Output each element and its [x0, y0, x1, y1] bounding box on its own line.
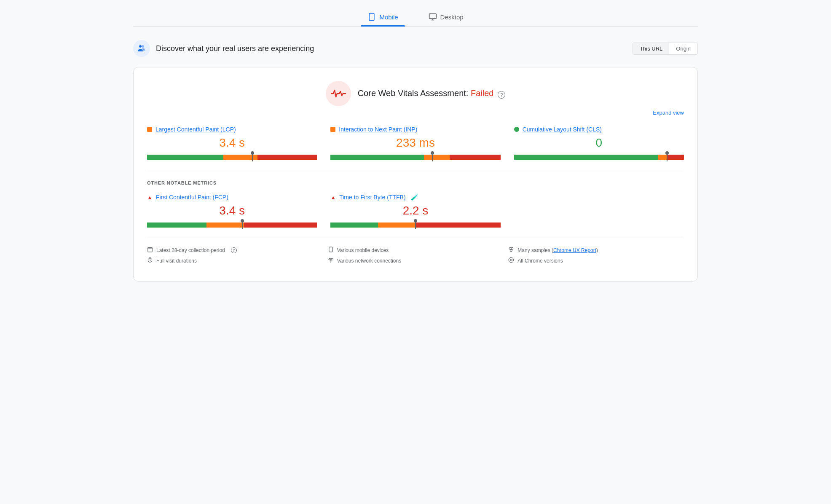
inp-bar — [330, 155, 500, 160]
calendar-icon — [147, 247, 153, 254]
lcp-marker — [252, 153, 253, 161]
fcp-value: 3.4 s — [147, 204, 317, 217]
svg-rect-13 — [329, 247, 332, 252]
mobile-devices-text: Various mobile devices — [337, 247, 389, 253]
fcp-triangle-icon: ▲ — [147, 194, 153, 201]
inp-label-row: Interaction to Next Paint (INP) — [330, 126, 500, 133]
svg-point-5 — [139, 45, 142, 48]
fcp-bar-red — [244, 223, 317, 228]
collection-help-icon[interactable]: ? — [231, 247, 237, 253]
samples-icon — [508, 247, 514, 254]
inp-value: 233 ms — [330, 136, 500, 150]
fcp-bar-green — [147, 223, 206, 228]
tab-desktop-label: Desktop — [440, 13, 464, 21]
fcp-marker — [242, 221, 243, 229]
footer-col3: Many samples (Chrome UX Report) All Chro… — [508, 247, 684, 268]
svg-point-20 — [510, 259, 512, 261]
inp-marker — [432, 153, 433, 161]
header-left: Discover what your real users are experi… — [133, 40, 314, 57]
cls-value: 0 — [514, 136, 684, 150]
tab-mobile-label: Mobile — [379, 13, 398, 21]
metric-fcp: ▲ First Contentful Paint (FCP) 3.4 s — [147, 194, 317, 228]
lcp-value: 3.4 s — [147, 136, 317, 150]
tab-desktop[interactable]: Desktop — [422, 8, 470, 26]
header-section: Discover what your real users are experi… — [133, 37, 698, 60]
cls-bar-orange — [658, 155, 667, 160]
chrome-ux-report-link[interactable]: Chrome UX Report — [553, 247, 596, 253]
metric-lcp: Largest Contentful Paint (LCP) 3.4 s — [147, 126, 317, 160]
section-divider — [147, 170, 684, 170]
desktop-icon — [429, 13, 437, 21]
other-metrics-label: OTHER NOTABLE METRICS — [147, 180, 684, 185]
lcp-bar-red — [257, 155, 317, 160]
url-toggle: This URL Origin — [633, 43, 698, 55]
ttfb-triangle-icon: ▲ — [330, 194, 336, 201]
page-title: Discover what your real users are experi… — [156, 44, 314, 53]
svg-point-18 — [510, 249, 512, 252]
inp-bar-red — [450, 155, 501, 160]
other-metrics-grid: ▲ First Contentful Paint (FCP) 3.4 s ▲ T… — [147, 194, 684, 228]
metric-ttfb: ▲ Time to First Byte (TTFB) 🧪 2.2 s — [330, 194, 500, 228]
cls-link[interactable]: Cumulative Layout Shift (CLS) — [523, 126, 602, 133]
lcp-dot — [147, 127, 152, 132]
main-card: Core Web Vitals Assessment: Failed ? Exp… — [133, 67, 698, 281]
wifi-icon — [328, 257, 334, 264]
ttfb-link[interactable]: Time to First Byte (TTFB) — [339, 194, 405, 201]
cls-bar-red — [667, 155, 684, 160]
cls-bar-green — [514, 155, 659, 160]
inp-bar-orange — [424, 155, 449, 160]
svg-point-17 — [511, 247, 513, 249]
this-url-button[interactable]: This URL — [633, 43, 669, 54]
fcp-label-row: ▲ First Contentful Paint (FCP) — [147, 194, 317, 201]
lcp-link[interactable]: Largest Contentful Paint (LCP) — [155, 126, 236, 133]
cls-bar — [514, 155, 684, 160]
assessment-header: Core Web Vitals Assessment: Failed ? — [147, 81, 684, 106]
heartbeat-icon — [331, 89, 346, 98]
svg-rect-7 — [148, 247, 153, 252]
footer-col2: Various mobile devices Various network c… — [328, 247, 504, 268]
ttfb-bar — [330, 223, 500, 228]
users-icon — [137, 43, 147, 54]
ttfb-label-row: ▲ Time to First Byte (TTFB) 🧪 — [330, 194, 500, 201]
origin-button[interactable]: Origin — [669, 43, 697, 54]
chrome-versions-text: All Chrome versions — [517, 258, 563, 264]
visit-durations-text: Full visit durations — [156, 258, 197, 264]
ttfb-bar-red — [416, 223, 501, 228]
svg-point-15 — [330, 262, 331, 262]
avatar-icon — [133, 40, 150, 57]
assessment-help-icon[interactable]: ? — [498, 91, 505, 99]
fcp-link[interactable]: First Contentful Paint (FCP) — [156, 194, 228, 201]
cls-marker — [667, 153, 667, 161]
footer-chrome-versions: All Chrome versions — [508, 257, 684, 264]
chrome-icon — [508, 257, 514, 264]
svg-point-19 — [509, 257, 514, 263]
mobile-icon — [367, 13, 376, 21]
cls-dot — [514, 127, 519, 132]
network-connections-text: Various network connections — [337, 258, 402, 264]
inp-bar-green — [330, 155, 424, 160]
tab-mobile[interactable]: Mobile — [361, 8, 405, 26]
inp-dot — [330, 127, 335, 132]
vitals-icon — [326, 81, 351, 106]
inp-link[interactable]: Interaction to Next Paint (INP) — [339, 126, 417, 133]
footer-col1: Latest 28-day collection period ? Full v… — [147, 247, 323, 268]
footer-info: Latest 28-day collection period ? Full v… — [147, 238, 684, 268]
core-metrics-grid: Largest Contentful Paint (LCP) 3.4 s Int… — [147, 126, 684, 160]
ttfb-marker — [415, 221, 416, 229]
ttfb-bar-green — [330, 223, 378, 228]
fcp-bar — [147, 223, 317, 228]
expand-view-button[interactable]: Expand view — [147, 110, 684, 116]
assessment-title: Core Web Vitals Assessment: Failed ? — [358, 88, 506, 98]
svg-rect-0 — [370, 13, 375, 21]
mobile-devices-icon — [328, 247, 334, 254]
timer-icon — [147, 257, 153, 264]
metric-cls: Cumulative Layout Shift (CLS) 0 — [514, 126, 684, 160]
footer-collection-period: Latest 28-day collection period ? — [147, 247, 323, 254]
footer-many-samples: Many samples (Chrome UX Report) — [508, 247, 684, 254]
fcp-bar-orange — [206, 223, 244, 228]
metric-empty — [514, 194, 684, 228]
svg-point-16 — [509, 247, 512, 249]
footer-visit-durations: Full visit durations — [147, 257, 323, 264]
lcp-bar — [147, 155, 317, 160]
ttfb-flask-icon: 🧪 — [411, 194, 418, 201]
